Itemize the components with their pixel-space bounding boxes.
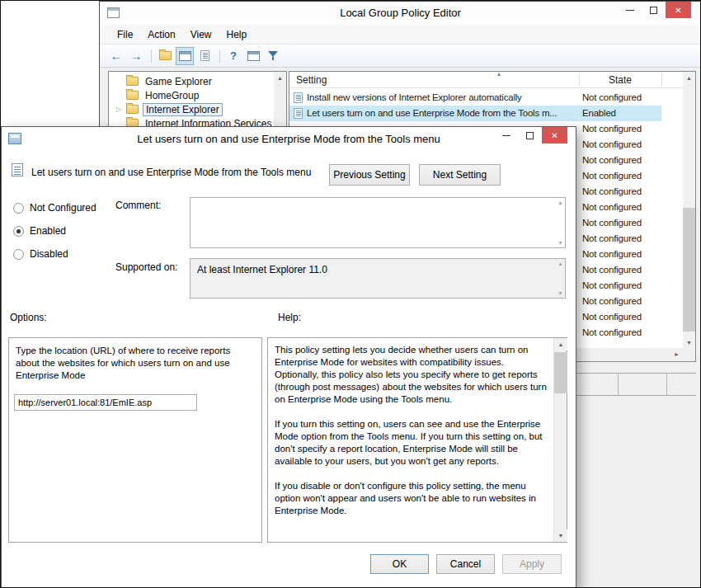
apply-button: Apply: [502, 554, 562, 574]
folder-icon: [126, 105, 139, 114]
folder-icon: [126, 91, 139, 100]
menu-view[interactable]: View: [183, 29, 219, 40]
ok-button[interactable]: OK: [370, 554, 429, 574]
dialog-minimize-button[interactable]: [494, 127, 518, 143]
menu-file[interactable]: File: [110, 29, 140, 40]
tree-item-game-explorer[interactable]: Game Explorer: [109, 74, 286, 88]
up-one-level-button[interactable]: [156, 47, 174, 65]
help-scrollbar[interactable]: ▲ ▼: [553, 338, 567, 542]
setting-state: Not configured: [582, 249, 661, 259]
dialog-window-controls: ✕: [494, 127, 567, 143]
column-divider[interactable]: [579, 73, 580, 86]
setting-state: Not configured: [582, 327, 661, 337]
help-panel: This policy setting lets you decide whet…: [267, 337, 567, 543]
policy-setting-name: Let users turn on and use Enterprise Mod…: [31, 167, 325, 178]
scroll-down-icon: ▼: [558, 240, 563, 246]
screen: Local Group Policy Editor ✕ File Action …: [0, 0, 701, 588]
previous-setting-button[interactable]: Previous Setting: [329, 164, 410, 186]
export-list-button[interactable]: [195, 47, 214, 65]
column-header-setting[interactable]: Setting: [296, 74, 327, 86]
scroll-up-icon[interactable]: ▲: [274, 72, 286, 84]
scroll-up-icon[interactable]: ▲: [683, 72, 695, 84]
scroll-up-icon: ▲: [558, 261, 563, 266]
console-window-icon: [179, 51, 191, 61]
scroll-down-icon[interactable]: ▼: [554, 529, 567, 542]
setting-state: Not configured: [582, 218, 661, 228]
window-icon: [247, 51, 260, 61]
sort-ascending-icon: ▴: [497, 71, 501, 78]
scroll-right-icon[interactable]: ►: [670, 348, 683, 360]
supported-on-field: At least Internet Explorer 11.0 ▲ ▼: [190, 258, 566, 299]
maximize-button[interactable]: [642, 2, 666, 18]
setting-state: Not configured: [582, 296, 661, 306]
forward-button[interactable]: →: [127, 47, 145, 65]
minimize-button[interactable]: [618, 2, 642, 18]
radio-enabled[interactable]: Enabled: [13, 224, 96, 238]
help-button[interactable]: ?: [224, 47, 242, 65]
comment-textarea[interactable]: [191, 198, 565, 247]
setting-state: Not configured: [582, 155, 661, 165]
dialog-maximize-button[interactable]: [518, 127, 542, 143]
policy-row[interactable]: Let users turn on and use Enterprise Mod…: [289, 106, 661, 121]
tree-item-homegroup[interactable]: HomeGroup: [109, 88, 286, 102]
radio-label: Enabled: [30, 225, 66, 237]
folder-icon: [126, 77, 139, 86]
comment-label: Comment:: [115, 200, 161, 211]
scroll-up-icon[interactable]: ▲: [554, 338, 567, 350]
scrollbar-thumb[interactable]: [554, 352, 567, 393]
help-text: This policy setting lets you decide whet…: [268, 338, 552, 542]
dialog-titlebar[interactable]: Let users turn on and use Enterprise Mod…: [2, 127, 576, 151]
folder-up-icon: [159, 51, 172, 60]
help-label: Help:: [278, 312, 301, 323]
policy-setting-icon: [294, 108, 303, 119]
report-url-description: Type the location (URL) of where to rece…: [9, 338, 256, 382]
radio-group: Not ConfiguredEnabledDisabled: [13, 201, 96, 270]
report-url-input[interactable]: [14, 394, 197, 411]
dialog-close-button[interactable]: ✕: [542, 127, 567, 143]
show-console-tree-button[interactable]: [176, 47, 194, 65]
radio-disabled[interactable]: Disabled: [13, 247, 96, 261]
radio-not-configured[interactable]: Not Configured: [13, 201, 96, 214]
dialog-title: Let users turn on and use Enterprise Mod…: [2, 133, 576, 145]
options-panel: Type the location (URL) of where to rece…: [8, 337, 262, 543]
back-icon: ←: [111, 49, 123, 62]
close-button[interactable]: ✕: [666, 2, 691, 18]
column-header-state[interactable]: State: [579, 74, 661, 86]
setting-state: Not configured: [582, 265, 661, 275]
minimize-icon: [502, 135, 510, 136]
menu-help[interactable]: Help: [219, 29, 255, 40]
toolbar-separator: [219, 49, 220, 63]
supported-on-label: Supported on:: [115, 261, 177, 273]
next-setting-button[interactable]: Next Setting: [419, 164, 501, 186]
policy-row[interactable]: Install new versions of Internet Explore…: [289, 90, 661, 106]
standard-view-button[interactable]: [244, 47, 262, 65]
supported-on-value: At least Internet Explorer 11.0: [197, 264, 327, 275]
window-controls: ✕: [618, 2, 691, 18]
column-divider[interactable]: [661, 73, 662, 86]
filter-button[interactable]: [264, 47, 282, 65]
comment-field[interactable]: ▲ ▼: [190, 197, 566, 248]
maximize-icon: [526, 132, 534, 139]
menu-action[interactable]: Action: [140, 29, 182, 40]
strip-divider: [618, 374, 619, 395]
main-titlebar[interactable]: Local Group Policy Editor ✕: [100, 2, 701, 25]
cancel-button[interactable]: Cancel: [436, 554, 495, 574]
list-vertical-scrollbar[interactable]: ▲ ▼: [683, 72, 695, 349]
main-window-title: Local Group Policy Editor: [100, 7, 701, 19]
setting-state: Not configured: [582, 186, 661, 196]
setting-state: Not configured: [582, 139, 661, 149]
filter-icon: [268, 51, 278, 60]
tree-item-label: HomeGroup: [143, 90, 201, 101]
setting-state: Enabled: [582, 108, 661, 118]
chevron-expand-icon[interactable]: ▷: [116, 106, 126, 113]
tree-item-internet-explorer[interactable]: ▷Internet Explorer: [109, 102, 286, 116]
back-button[interactable]: ←: [107, 47, 125, 65]
setting-state: Not configured: [582, 312, 661, 322]
tree-items: Game ExplorerHomeGroup▷Internet Explorer…: [109, 72, 286, 130]
radio-button-icon[interactable]: [13, 203, 24, 214]
radio-button-icon[interactable]: [13, 249, 24, 260]
scroll-down-icon[interactable]: ▼: [683, 336, 695, 349]
radio-button-icon[interactable]: [13, 226, 24, 237]
maximize-icon: [650, 7, 657, 14]
scrollbar-thumb[interactable]: [683, 208, 695, 332]
